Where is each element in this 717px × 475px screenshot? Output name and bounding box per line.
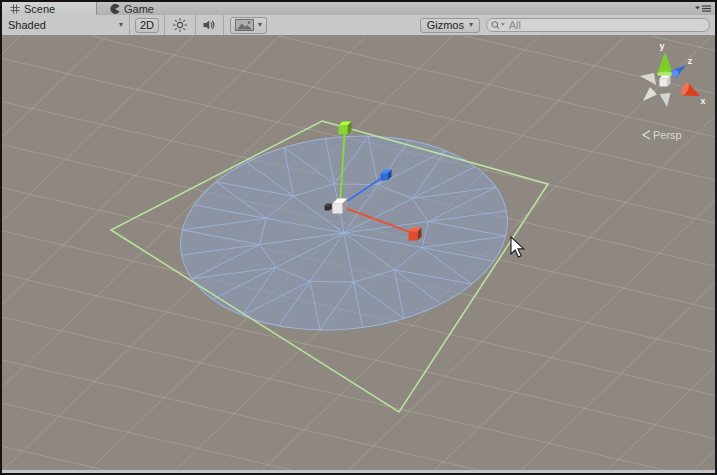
- scene-search-field[interactable]: [486, 18, 710, 32]
- projection-label: Persp: [653, 129, 682, 141]
- game-pacman-icon: [110, 4, 120, 14]
- tab-scene[interactable]: Scene: [2, 2, 97, 15]
- tab-game-label: Game: [124, 3, 154, 15]
- gizmo-z-negative-cone[interactable]: [643, 87, 657, 101]
- gizmos-label: Gizmos: [427, 19, 464, 31]
- toolbar-separator: [223, 15, 224, 35]
- sun-icon: [172, 17, 188, 33]
- gizmo-x-negative-cone[interactable]: [640, 73, 656, 85]
- magnifier-icon: [491, 20, 506, 30]
- lighting-toggle-button[interactable]: [165, 15, 195, 35]
- draw-mode-dropdown[interactable]: Shaded ▾: [2, 15, 130, 35]
- search-input[interactable]: [506, 19, 703, 31]
- projection-toggle[interactable]: Persp: [643, 129, 682, 141]
- gizmos-dropdown[interactable]: Gizmos ▾: [420, 18, 480, 33]
- gizmo-center-cube: [660, 76, 671, 87]
- scene-toolbar: Shaded ▾ 2D: [2, 15, 715, 36]
- scene-view-panel: Scene Game Shaded ▾: [2, 2, 715, 473]
- image-icon: [235, 19, 254, 31]
- scene-grid-icon: [10, 4, 20, 14]
- chevron-down-icon: ▾: [258, 21, 262, 29]
- mouse-cursor: [511, 237, 524, 257]
- orientation-gizmo[interactable]: y z x Persp: [640, 41, 706, 141]
- speaker-icon: [203, 19, 216, 31]
- axis-x-label: x: [700, 96, 705, 106]
- window-bottom-edge: [2, 470, 715, 473]
- scene-view-window: Scene Game Shaded ▾: [0, 0, 717, 475]
- effects-dropdown-button[interactable]: ▾: [230, 17, 267, 34]
- scene-viewport[interactable]: y z x Persp: [2, 36, 715, 470]
- axis-y-label: y: [659, 41, 664, 51]
- chevron-down-icon: ▾: [469, 21, 473, 29]
- draw-mode-label: Shaded: [8, 19, 46, 31]
- persp-wedge-icon: [643, 131, 650, 140]
- tab-bar: Scene Game: [2, 2, 715, 15]
- tab-game[interactable]: Game: [102, 2, 162, 15]
- gizmo-y-cone[interactable]: [657, 52, 673, 74]
- 2d-toggle-button[interactable]: 2D: [135, 18, 159, 33]
- audio-toggle-button[interactable]: [196, 15, 223, 35]
- tab-scene-label: Scene: [24, 3, 55, 15]
- gizmo-y-negative-cone[interactable]: [660, 93, 671, 107]
- axis-z-label: z: [688, 56, 693, 66]
- panel-menu-icon[interactable]: [695, 4, 712, 13]
- chevron-down-icon: ▾: [119, 21, 123, 29]
- gizmo-z-cone-base: [672, 70, 679, 77]
